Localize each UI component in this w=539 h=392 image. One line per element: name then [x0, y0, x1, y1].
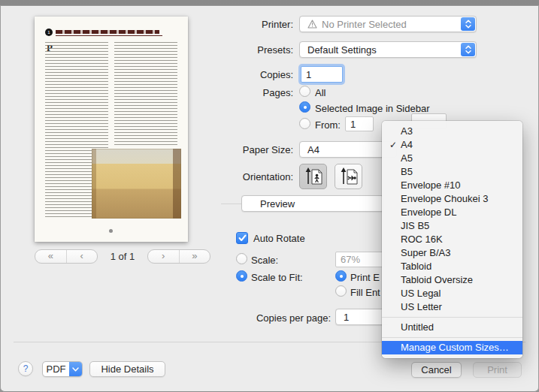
- pages-label: Pages:: [210, 87, 293, 98]
- scale-label: Scale:: [251, 255, 278, 266]
- menu-item-envelope-10[interactable]: Envelope #10: [382, 179, 522, 192]
- copies-value: 1: [306, 69, 311, 80]
- presets-stepper-icon: [461, 43, 475, 56]
- first-page-button[interactable]: «: [35, 250, 66, 263]
- menu-item-us-letter[interactable]: US Letter: [382, 300, 522, 314]
- preview-nav-forward-group: › »: [147, 249, 210, 264]
- copies-per-page-value: 1: [344, 312, 349, 323]
- menu-item-b5[interactable]: B5: [382, 165, 522, 179]
- chevron-down-icon: [69, 362, 82, 376]
- print-entire-image-label: Print E: [350, 272, 382, 283]
- menu-item-envelope-dl[interactable]: Envelope DL: [382, 206, 522, 219]
- pane-separator: [221, 204, 241, 204]
- pages-selected-image-radio[interactable]: [299, 101, 310, 113]
- menu-separator: [382, 317, 522, 318]
- menu-item-tabloid-oversize[interactable]: Tabloid Oversize: [382, 273, 522, 287]
- print-button[interactable]: Print: [473, 362, 522, 378]
- section-number-badge: 1: [45, 29, 53, 36]
- pages-from-label: From:: [315, 119, 341, 131]
- next-page-button[interactable]: ›: [148, 250, 179, 263]
- preview-nav-back-group: « ‹: [35, 249, 98, 264]
- fill-entire-paper-radio[interactable]: [335, 285, 347, 297]
- scale-value: 67%: [341, 254, 360, 265]
- menu-item-label: US Letter: [401, 301, 442, 312]
- pages-all-radio[interactable]: [299, 86, 310, 97]
- pages-selected-image-label: Selected Image in Sidebar: [315, 103, 429, 114]
- previous-page-icon: ‹: [80, 251, 83, 261]
- pages-from-value: 1: [350, 119, 356, 130]
- previous-page-button[interactable]: ‹: [66, 250, 98, 263]
- hide-details-label: Hide Details: [101, 363, 153, 375]
- pdf-label: PDF: [43, 362, 69, 376]
- cancel-label: Cancel: [421, 364, 451, 375]
- printer-value: No Printer Selected: [322, 19, 407, 30]
- menu-item-label: B5: [401, 166, 413, 177]
- menu-item-a5[interactable]: A5: [382, 152, 522, 165]
- menu-item-label: Tabloid Oversize: [401, 274, 473, 285]
- menu-item-tabloid[interactable]: Tabloid: [382, 260, 522, 273]
- printer-popup[interactable]: No Printer Selected: [299, 16, 477, 32]
- auto-rotate-checkbox[interactable]: [236, 232, 248, 244]
- menu-item-envelope-choukei-3[interactable]: Envelope Choukei 3: [382, 192, 522, 206]
- copies-label: Copies:: [210, 69, 293, 80]
- menu-item-us-legal[interactable]: US Legal: [382, 287, 522, 300]
- fill-entire-paper-label: Fill Ent: [350, 287, 382, 298]
- document-preview-page: 1 P: [35, 17, 188, 242]
- menu-item-super-b-a3[interactable]: Super B/A3: [382, 246, 522, 260]
- landscape-orientation-icon: [339, 166, 359, 188]
- paper-size-label: Paper Size:: [210, 144, 293, 155]
- next-page-icon: ›: [162, 251, 165, 261]
- menu-item-label: Untitled: [401, 321, 434, 333]
- copies-field[interactable]: 1: [301, 66, 343, 83]
- paper-size-value: A4: [307, 144, 319, 155]
- paper-size-menu: A3✓A4A5B5Envelope #10Envelope Choukei 3E…: [382, 121, 522, 358]
- scale-to-fit-label: Scale to Fit:: [251, 272, 303, 283]
- menu-item-label: Super B/A3: [401, 247, 451, 258]
- hide-details-button[interactable]: Hide Details: [89, 361, 165, 377]
- pdf-menu-button[interactable]: PDF: [42, 361, 83, 377]
- printer-stepper-icon: [461, 17, 475, 31]
- menu-item-roc-16k[interactable]: ROC 16K: [382, 233, 522, 246]
- cancel-button[interactable]: Cancel: [411, 362, 462, 378]
- print-dialog-screen: 1 P « ‹ 1 of 1 › » Printer: No Printer S…: [0, 0, 539, 392]
- last-page-button[interactable]: »: [179, 250, 210, 263]
- scale-field[interactable]: 67%: [335, 252, 385, 267]
- menu-item-untitled[interactable]: Untitled: [382, 321, 522, 334]
- menu-item-a3[interactable]: A3: [382, 125, 522, 138]
- check-icon: [238, 234, 247, 242]
- auto-rotate-label: Auto Rotate: [253, 233, 305, 244]
- scale-radio[interactable]: [236, 253, 247, 264]
- presets-popup[interactable]: Default Settings: [299, 41, 477, 58]
- printer-label: Printer:: [210, 19, 293, 30]
- portrait-orientation-icon: [304, 166, 323, 188]
- page-heading-underline: [56, 35, 162, 36]
- menu-item-jis-b5[interactable]: JIS B5: [382, 219, 522, 233]
- orientation-portrait-button[interactable]: [299, 164, 327, 189]
- orientation-landscape-button[interactable]: [335, 164, 362, 189]
- copies-per-page-label: Copies per page:: [226, 312, 331, 324]
- pages-from-field[interactable]: 1: [345, 116, 374, 131]
- menu-item-label: Envelope Choukei 3: [401, 193, 488, 204]
- menu-separator: [382, 337, 522, 338]
- menu-item-label: JIS B5: [401, 220, 429, 231]
- menu-item-label: Tabloid: [401, 261, 432, 272]
- page-heading-bar: [56, 30, 159, 34]
- help-button[interactable]: ?: [18, 361, 33, 376]
- pane-selector-value: Preview: [260, 198, 295, 210]
- print-label: Print: [487, 364, 507, 375]
- page-heading: 1: [45, 29, 165, 38]
- page-number-dot: [109, 229, 113, 233]
- menu-item-a4[interactable]: ✓A4: [382, 138, 522, 152]
- menu-item-label: Envelope DL: [401, 207, 456, 218]
- scale-to-fit-radio[interactable]: [236, 270, 247, 282]
- last-page-icon: »: [192, 251, 197, 261]
- pane-selector-popup[interactable]: Preview: [241, 195, 384, 212]
- help-icon: ?: [23, 363, 29, 374]
- page-count-label: 1 of 1: [102, 251, 143, 262]
- pages-from-radio[interactable]: [299, 118, 310, 129]
- page-illustration: [92, 149, 181, 219]
- menu-item-label: A5: [401, 152, 413, 164]
- print-entire-image-radio[interactable]: [335, 270, 347, 282]
- pages-all-label: All: [315, 87, 326, 98]
- menu-item-manage-custom-sizes[interactable]: Manage Custom Sizes…: [382, 341, 522, 354]
